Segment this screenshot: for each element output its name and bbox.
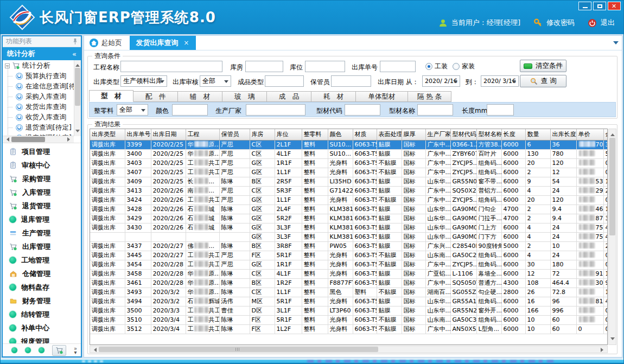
table-row[interactable]: 调拨出库33992020/2/25华原...严思C区2L1F整料SU10...6…: [90, 140, 608, 149]
date-to-select[interactable]: 2020/ 3/16: [481, 75, 519, 87]
sidebar-module-12[interactable]: 财务管理: [3, 294, 81, 308]
column-header[interactable]: 出库类型: [90, 129, 125, 140]
column-header[interactable]: 长度: [501, 129, 525, 140]
table-row[interactable]: 调拨出库34092020/2/25长...陈琳B区2R5F整料LI35HD606…: [90, 177, 608, 186]
table-row[interactable]: 调拨出库34132020/2/26南...严思C区5R3F整料G71422606…: [90, 186, 608, 195]
table-row[interactable]: 调拨出库34002020/2/25华原...严思C区4L1F整料SU10...6…: [90, 149, 608, 158]
table-hscroll-thumb[interactable]: [99, 347, 378, 352]
search-button[interactable]: 查 询: [520, 75, 566, 87]
sidebar-module-14[interactable]: 补单中心: [3, 321, 81, 335]
column-header[interactable]: 材质: [353, 129, 377, 140]
product-type-input[interactable]: [265, 75, 304, 87]
column-header[interactable]: 表面处理: [377, 129, 402, 140]
tree-item-1[interactable]: 预算执行查询: [3, 71, 74, 81]
logout-link[interactable]: 退出: [601, 18, 615, 28]
sidebar-module-7[interactable]: 生产管理: [3, 226, 81, 240]
column-header[interactable]: 单价: [576, 129, 603, 140]
sidebar-module-2[interactable]: 审核中心: [3, 158, 81, 172]
whole-piece-select[interactable]: 全部: [117, 104, 148, 116]
tree-vscroll-thumb[interactable]: [75, 68, 80, 106]
warehouse-input[interactable]: [245, 61, 283, 72]
table-row[interactable]: 调拨出库34242020/2/26工共工程严思G区1L1F整料光身料6063-T…: [90, 195, 608, 205]
scroll-left-icon[interactable]: [4, 137, 9, 142]
column-header[interactable]: 型材名称: [476, 129, 501, 140]
table-horizontal-scrollbar[interactable]: [90, 346, 608, 353]
table-row[interactable]: 调拨出库35122020/3/4工共工程陈琳F区1L2F整料光身料6063-T5…: [90, 324, 608, 334]
material-tab-8[interactable]: 隔 热 条: [408, 91, 451, 102]
sidebar-module-4[interactable]: 入库管理: [3, 186, 81, 199]
audit-select[interactable]: 全部: [200, 75, 231, 87]
sidebar-module-8[interactable]: 出库管理: [3, 240, 81, 253]
cart-module-button[interactable]: [52, 345, 66, 356]
column-header[interactable]: 整零料: [302, 129, 328, 140]
table-row[interactable]: 调拨出库34582020/2/28华原...陈琳C区4L1F整料光身料6063-…: [90, 269, 608, 278]
tree-item-6[interactable]: 退货查询[待定]: [3, 123, 74, 133]
table-row[interactable]: 调拨出库34612020/2/28华原...陈琳B区1R2F整料F8877FT6…: [90, 278, 608, 288]
column-header[interactable]: 库位: [275, 129, 302, 140]
table-vscroll-thumb[interactable]: [609, 138, 615, 235]
table-row[interactable]: 调拨出库34292020/2/26石城陈琳G区5R2F整料KLM38176063…: [90, 214, 608, 223]
table-vertical-scrollbar[interactable]: [608, 129, 616, 345]
table-row[interactable]: 调拨出库34942020/3/2石辉城汤伟M区5R1F整料光身料6063-T5贴…: [90, 297, 608, 306]
length-input[interactable]: [487, 104, 514, 116]
out-type-select[interactable]: 生产领料出库: [120, 75, 167, 87]
column-header[interactable]: 金额: [603, 129, 608, 140]
tab-list-chevron-icon[interactable]: [613, 41, 619, 47]
module-dot-icon[interactable]: [11, 347, 17, 353]
sidebar-module-9[interactable]: 工地管理: [3, 253, 81, 267]
project-name-input[interactable]: [120, 61, 222, 72]
date-from-select[interactable]: 2020/ 2/16: [422, 75, 460, 87]
collapse-icon[interactable]: «: [72, 50, 77, 58]
table-row[interactable]: 调拨出库34452020/2/27工共工程严思F区5R1F整料光身料6063-T…: [90, 251, 608, 260]
column-header[interactable]: 型材代码: [450, 129, 476, 140]
scroll-down-icon[interactable]: [75, 130, 80, 135]
tree-item-5[interactable]: 收货入库查询: [3, 112, 74, 123]
column-header[interactable]: 生产厂家: [425, 129, 450, 140]
sidebar-module-11[interactable]: 物料盘存: [3, 280, 81, 294]
table-row[interactable]: 调拨出库34372020/2/27佛...陈琳B区3R8F整料PW056063-…: [90, 241, 608, 251]
tree-item-3[interactable]: 采购入库查询: [3, 92, 74, 102]
column-header[interactable]: 工程: [186, 129, 219, 140]
scroll-left-icon[interactable]: [92, 348, 97, 352]
overflow-chevron[interactable]: »▾: [74, 347, 77, 354]
pin-icon[interactable]: [73, 38, 78, 45]
tree-root[interactable]: 统计分析: [3, 60, 74, 71]
scroll-down-icon[interactable]: [610, 337, 615, 342]
sidebar-module-10[interactable]: 仓储管理: [3, 267, 81, 280]
material-tab-7[interactable]: 单体型材: [356, 91, 408, 102]
scroll-up-icon[interactable]: [75, 62, 80, 67]
scroll-right-icon[interactable]: [601, 348, 606, 352]
material-tab-2[interactable]: 配 件: [133, 91, 178, 102]
material-tab-5[interactable]: 成 品: [267, 91, 311, 102]
table-row[interactable]: 调拨出库34302020/2/26石城陈琳G区3L3F整料KLM38176063…: [90, 223, 608, 232]
table-row[interactable]: 调拨出库34542020/2/28工共工程严思G区1R1F整料光身料6063-T…: [90, 260, 608, 269]
order-no-input[interactable]: [380, 61, 416, 72]
column-header[interactable]: 数量: [525, 129, 550, 140]
table-row[interactable]: 调拨出库34932020/3/2华原...陈琳C区1L1F整料黑色塑料不贴膜国标…: [90, 288, 608, 297]
keeper-input[interactable]: [331, 75, 371, 87]
manufacturer-input[interactable]: [246, 104, 305, 116]
profile-code-input[interactable]: [345, 104, 380, 116]
clear-conditions-button[interactable]: 清空条件: [520, 60, 566, 72]
tab-home[interactable]: 起始页: [84, 36, 130, 50]
sidebar-section-header[interactable]: 统计分析 «: [3, 47, 81, 60]
table-row[interactable]: 调拨出库34072020/2/25工共工程严思G区1L1F整料光身料6063-T…: [90, 168, 608, 177]
column-header[interactable]: 出库日期: [151, 129, 186, 140]
change-password-link[interactable]: 修改密码: [546, 18, 575, 28]
close-button[interactable]: ✕: [608, 2, 621, 10]
column-header[interactable]: 保管员: [219, 129, 250, 140]
material-tab-4[interactable]: 玻 璃: [222, 91, 267, 102]
column-header[interactable]: 出库单号: [125, 129, 151, 140]
tab-shipping-outbound-query[interactable]: 发货出库查询 ×: [130, 36, 196, 50]
radio-work-decor[interactable]: 工装: [425, 62, 448, 71]
column-header[interactable]: 出库长度: [550, 129, 576, 140]
table-row[interactable]: G区3L3F整料KLM38176063-T5贴膜国标山东华...GA90M09.…: [90, 232, 608, 241]
sidebar-module-5[interactable]: 退货管理: [3, 199, 81, 213]
minimize-button[interactable]: [578, 2, 591, 10]
tree-horizontal-scrollbar[interactable]: [3, 136, 74, 143]
sidebar-module-15[interactable]: 报废管理: [3, 335, 81, 343]
radio-home-decor[interactable]: 家装: [453, 62, 475, 71]
material-tab-3[interactable]: 辅 材: [178, 91, 222, 102]
scroll-right-icon[interactable]: [67, 137, 72, 142]
table-row[interactable]: 调拨出库35102020/3/4工共工程陈琳F区5R1F整料光身料6063-T5…: [90, 315, 608, 324]
